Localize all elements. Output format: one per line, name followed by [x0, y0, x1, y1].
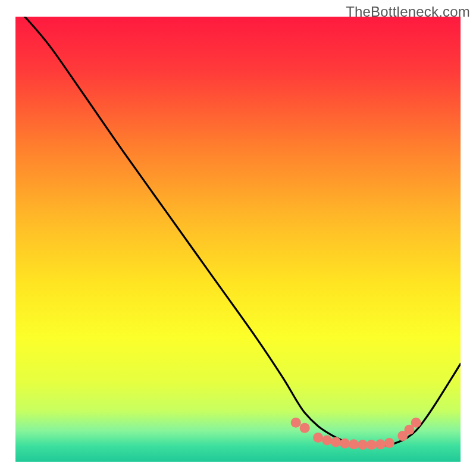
sweet-spot-dot [322, 436, 332, 446]
sweet-spot-dot [367, 440, 377, 450]
sweet-spot-dot [358, 440, 368, 450]
sweet-spot-dot [313, 433, 323, 443]
sweet-spot-dot [375, 439, 386, 449]
sweet-spot-dot [300, 423, 310, 433]
chart-container: TheBottleneck.com [0, 0, 476, 476]
sweet-spot-dot [349, 439, 359, 449]
watermark-label: TheBottleneck.com [346, 4, 470, 20]
sweet-spot-dot [291, 418, 301, 428]
bottleneck-chart [0, 0, 476, 476]
sweet-spot-dot [331, 437, 341, 447]
sweet-spot-dot [340, 439, 350, 449]
gradient-background [15, 17, 461, 462]
sweet-spot-dot [384, 438, 394, 448]
sweet-spot-dot [411, 418, 421, 428]
